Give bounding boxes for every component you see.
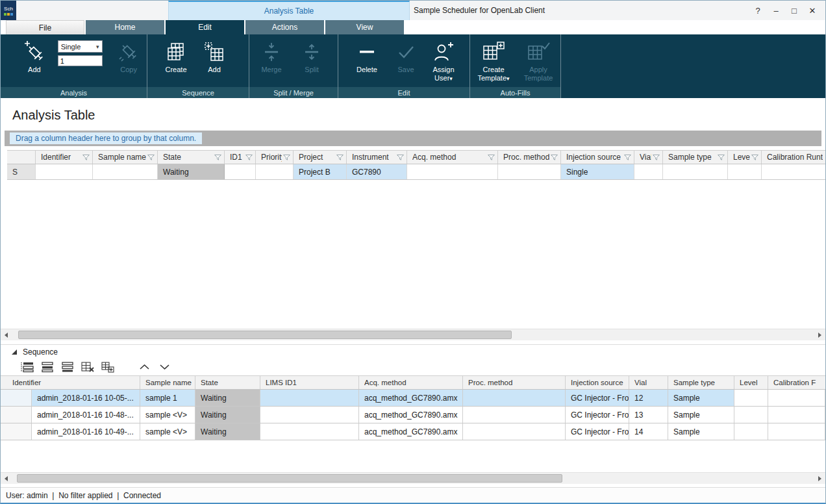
move-row-down-button[interactable]	[156, 360, 173, 374]
filter-funnel-icon[interactable]	[147, 155, 155, 160]
column-header-calibration[interactable]: Calibration Runty	[762, 151, 825, 164]
filter-funnel-icon[interactable]	[751, 155, 758, 160]
cell-vial[interactable]: 12	[629, 390, 668, 406]
scrollbar-thumb[interactable]	[18, 331, 512, 339]
document-tab[interactable]: Analysis Table	[168, 1, 410, 20]
cell-lims-id1[interactable]	[260, 390, 359, 406]
column-header-sample-name[interactable]: Sample name	[93, 151, 158, 164]
column-header-injection-source[interactable]: Injection source	[561, 151, 634, 164]
sequence-row[interactable]: admin_2018-01-16 10-05-... sample 1 Wait…	[1, 390, 825, 407]
column-header-acq-method[interactable]: Acq. method	[359, 376, 463, 389]
cell-acq-method[interactable]	[407, 164, 498, 179]
column-header-sample-name[interactable]: Sample name	[140, 376, 195, 389]
column-header-acq-method[interactable]: Acq. method	[407, 151, 498, 164]
cell-proc-method[interactable]	[463, 407, 566, 423]
column-header-priority[interactable]: Priority	[256, 151, 294, 164]
filter-funnel-icon[interactable]	[397, 155, 404, 160]
close-button[interactable]: ✕	[803, 2, 821, 19]
cell-calibration[interactable]	[768, 390, 825, 406]
filter-funnel-icon[interactable]	[551, 155, 558, 160]
table-duplicate-button[interactable]	[99, 360, 116, 374]
cell-proc-method[interactable]	[463, 423, 566, 440]
cell-state[interactable]: Waiting	[195, 407, 260, 423]
column-header-level[interactable]: Level	[728, 151, 762, 164]
column-header-id1[interactable]: ID1	[225, 151, 256, 164]
cell-row-indicator[interactable]	[1, 390, 32, 406]
analysis-type-select[interactable]: Single ▾	[58, 40, 103, 53]
split-button[interactable]: Split	[295, 36, 329, 74]
cell-level[interactable]	[734, 390, 768, 406]
cell-sample-name[interactable]: sample <V>	[140, 407, 195, 423]
filter-funnel-icon[interactable]	[82, 155, 90, 160]
column-header-proc-method[interactable]: Proc. method	[498, 151, 561, 164]
cell-identifier[interactable]: admin_2018-01-16 10-05-...	[32, 390, 140, 406]
save-button[interactable]: Save	[390, 36, 421, 74]
table-append-row-button[interactable]	[59, 360, 76, 374]
cell-proc-method[interactable]	[463, 390, 566, 406]
cell-state[interactable]: Waiting	[195, 390, 260, 406]
scrollbar-track[interactable]	[12, 473, 814, 484]
app-icon[interactable]: Sch	[1, 1, 16, 20]
filter-funnel-icon[interactable]	[245, 155, 253, 160]
copy-analysis-button[interactable]: Copy	[110, 36, 147, 74]
move-row-up-button[interactable]	[136, 360, 153, 374]
cell-row-indicator[interactable]	[1, 423, 32, 440]
cell-calibration[interactable]	[768, 407, 825, 423]
column-header-state[interactable]: State	[158, 151, 225, 164]
sequence-row[interactable]: admin_2018-01-16 10-48-... sample <V> Wa…	[1, 407, 825, 423]
column-header-identifier[interactable]: Identifier	[36, 151, 93, 164]
cell-injection-source[interactable]: Single	[561, 164, 634, 179]
cell-identifier[interactable]: admin_2018-01-16 10-49-...	[32, 423, 140, 440]
column-header-vial[interactable]: Vial	[629, 376, 668, 389]
group-by-bar[interactable]: Drag a column header here to group by th…	[5, 131, 821, 146]
column-header-proc-method[interactable]: Proc. method	[463, 376, 566, 389]
cell-lims-id1[interactable]	[260, 423, 359, 440]
cell-sample-name[interactable]: sample <V>	[140, 423, 195, 440]
cell-calibration[interactable]	[762, 164, 825, 179]
filter-funnel-icon[interactable]	[653, 155, 660, 160]
cell-sample-type[interactable]: Sample	[668, 423, 734, 440]
tab-view[interactable]: View	[325, 20, 404, 34]
column-header-instrument[interactable]: Instrument	[347, 151, 407, 164]
cell-sample-name[interactable]: sample 1	[140, 390, 195, 406]
create-sequence-button[interactable]: Create	[158, 36, 194, 74]
cell-vial[interactable]: 14	[629, 423, 668, 440]
cell-sample-type[interactable]	[663, 164, 728, 179]
minimize-button[interactable]: –	[767, 2, 785, 19]
column-header-calibration[interactable]: Calibration F	[768, 376, 825, 389]
filter-funnel-icon[interactable]	[283, 155, 290, 160]
cell-injection-source[interactable]: GC Injector - Front	[566, 390, 629, 406]
cell-acq-method[interactable]: acq_method_GC7890.amx	[359, 390, 463, 406]
table-add-row-button[interactable]	[39, 360, 56, 374]
maximize-button[interactable]: □	[785, 2, 803, 19]
scroll-left-arrow[interactable]	[1, 329, 12, 340]
cell-acq-method[interactable]: acq_method_GC7890.amx	[359, 407, 463, 423]
filter-funnel-icon[interactable]	[624, 155, 631, 160]
cell-injection-source[interactable]: GC Injector - Front	[566, 407, 629, 423]
cell-project[interactable]: Project B	[294, 164, 347, 179]
cell-lims-id1[interactable]	[260, 407, 359, 423]
column-header-sample-type[interactable]: Sample type	[663, 151, 728, 164]
scroll-left-arrow[interactable]	[1, 473, 12, 484]
cell-level[interactable]	[734, 407, 768, 423]
column-header-project[interactable]: Project	[294, 151, 347, 164]
table-insert-row-button[interactable]	[19, 360, 36, 374]
row-indicator-header[interactable]	[7, 151, 36, 164]
scrollbar-track[interactable]	[12, 329, 814, 340]
cell-acq-method[interactable]: acq_method_GC7890.amx	[359, 423, 463, 440]
column-header-lims-id1[interactable]: LIMS ID1	[260, 376, 359, 389]
scrollbar-thumb[interactable]	[17, 474, 562, 483]
cell-vial[interactable]: 13	[629, 407, 668, 423]
cell-sample-name[interactable]	[93, 164, 158, 179]
cell-priority[interactable]	[256, 164, 294, 179]
create-template-button[interactable]: Create Template▾	[474, 36, 513, 83]
analysis-count-input[interactable]	[58, 55, 103, 66]
cell-row-indicator[interactable]	[1, 407, 32, 423]
filter-funnel-icon[interactable]	[214, 155, 221, 160]
tab-edit[interactable]: Edit	[166, 20, 244, 34]
filter-funnel-icon[interactable]	[336, 155, 344, 160]
scroll-right-arrow[interactable]	[814, 473, 825, 484]
assign-user-button[interactable]: Assign User▾	[425, 36, 462, 83]
cell-instrument[interactable]: GC7890	[347, 164, 407, 179]
analysis-horizontal-scrollbar[interactable]	[1, 329, 825, 340]
